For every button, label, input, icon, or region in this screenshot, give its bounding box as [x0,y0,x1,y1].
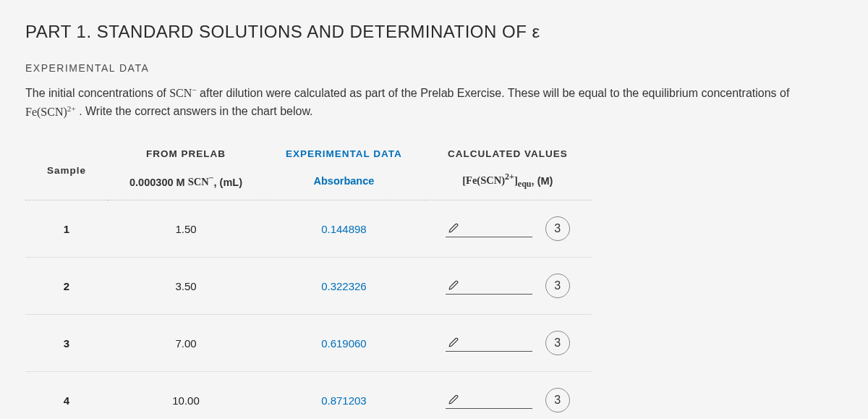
col-group-calculated: CALCULATED VALUES [424,141,592,166]
calc-input[interactable] [446,220,532,237]
page-title-text: PART 1. STANDARD SOLUTIONS AND DETERMINA… [25,22,540,41]
calculated-cell: 3 [424,315,592,372]
page-title: PART 1. STANDARD SOLUTIONS AND DETERMINA… [25,22,843,42]
absorbance-cell: 0.619060 [264,315,424,372]
attempts-badge: 3 [545,388,570,412]
calc-cell-wrap: 3 [446,388,570,412]
col-sub-calc-species: [Fe(SCN)2+]equ [462,174,531,186]
intro-species-fescn: Fe(SCN)2+ [25,106,76,118]
absorbance-cell: 0.144898 [264,200,424,258]
prelab-cell: 1.50 [108,200,264,258]
col-sub-prelab: 0.000300 M SCN−, (mL) [108,166,264,200]
calc-cell-wrap: 3 [446,216,570,241]
pencil-icon [448,337,459,347]
sample-cell: 2 [25,258,108,315]
absorbance-cell: 0.322326 [264,258,424,315]
table-body: 11.500.144898323.500.322326337.000.61906… [25,200,592,419]
col-header-sample: Sample [25,141,108,200]
col-sub-prelab-suffix: , (mL) [214,176,242,187]
table-row: 23.500.3223263 [25,258,592,315]
prelab-cell: 10.00 [108,372,264,419]
prelab-cell: 7.00 [108,315,264,372]
calculated-cell: 3 [424,200,592,258]
sample-cell: 3 [25,315,108,372]
calculated-cell: 3 [424,258,592,315]
intro-paragraph: The initial concentrations of SCN− after… [25,84,843,121]
intro-text-3: . Write the correct answers in the chart… [79,106,312,118]
col-group-prelab: FROM PRELAB [108,141,264,166]
table-row: 11.500.1448983 [25,200,592,258]
table-row: 410.000.8712033 [25,372,592,419]
intro-text-2: after dilution were calculated as part o… [200,87,789,99]
absorbance-cell: 0.871203 [264,372,424,419]
intro-text-1: The initial concentrations of [25,87,169,99]
col-sub-absorbance: Absorbance [264,166,424,200]
sample-cell: 4 [25,372,108,419]
col-sub-prelab-prefix: 0.000300 M [129,176,188,187]
attempts-badge: 3 [545,274,570,298]
calc-input[interactable] [446,334,532,352]
calc-cell-wrap: 3 [446,331,570,355]
attempts-badge: 3 [545,331,570,355]
pencil-icon [448,223,459,233]
calculated-cell: 3 [424,372,592,419]
attempts-badge: 3 [545,216,570,241]
sample-cell: 1 [25,200,108,258]
intro-species-scn: SCN− [169,87,196,99]
table-row: 37.000.6190603 [25,315,592,372]
section-subheader: EXPERIMENTAL DATA [25,62,843,74]
prelab-cell: 3.50 [108,258,264,315]
calc-cell-wrap: 3 [446,274,570,298]
col-sub-calc-suffix: , (M) [532,174,553,186]
col-sub-calculated: [Fe(SCN)2+]equ, (M) [424,166,592,200]
pencil-icon [448,280,459,290]
col-group-experimental: EXPERIMENTAL DATA [264,141,424,166]
calc-input[interactable] [446,277,532,295]
data-table: Sample FROM PRELAB EXPERIMENTAL DATA CAL… [25,141,592,419]
pencil-icon [448,394,459,405]
calc-input[interactable] [446,392,532,409]
col-sub-prelab-species: SCN− [188,176,214,187]
